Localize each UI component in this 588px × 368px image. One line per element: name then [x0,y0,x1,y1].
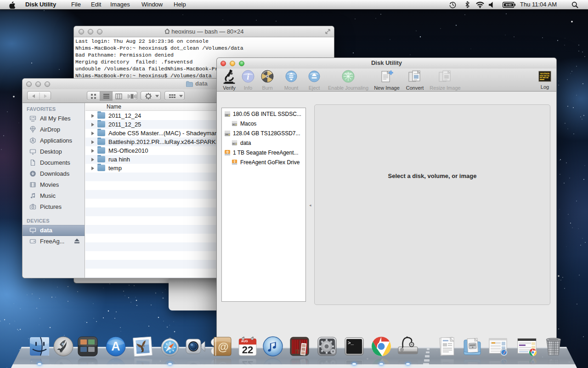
svg-text:@: @ [218,340,228,353]
svg-text:>_: >_ [348,340,354,346]
svg-text:AUG: AUG [241,339,248,343]
svg-text:WARNIN: WARNIN [540,72,550,75]
svg-text:22: 22 [242,344,253,356]
